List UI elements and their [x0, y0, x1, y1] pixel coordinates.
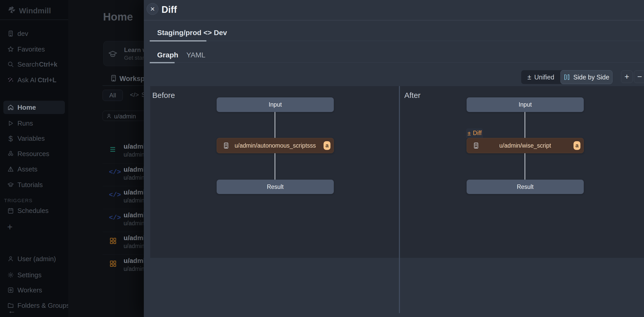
edge: [525, 153, 525, 180]
play-icon: [7, 120, 14, 127]
after-input-node[interactable]: Input: [467, 97, 584, 112]
script-path: u/admin/autonomous_scriptsss: [235, 142, 316, 149]
search-icon: [7, 61, 14, 68]
workers-icon: [7, 287, 14, 294]
search-shortcut: Ctrl+k: [39, 61, 57, 68]
after-panel-label: After: [404, 91, 420, 100]
sidebar-item-label: Tutorials: [17, 181, 43, 189]
split-columns-icon: [564, 74, 570, 80]
prism-icon: [7, 166, 14, 173]
language-badge: a: [324, 141, 330, 150]
dollar-icon: $: [7, 135, 14, 142]
flow-icon: [109, 145, 117, 154]
diff-drawer: × Diff Staging/prod <> Dev Graph YAML ± …: [144, 0, 644, 317]
graduation-cap-icon: [108, 49, 118, 59]
code-icon: </>: [109, 168, 117, 177]
sidebar-item-label: Settings: [17, 271, 42, 279]
diff-badge[interactable]: ± Diff: [466, 128, 483, 138]
sidebar-item-label: Variables: [17, 135, 45, 142]
before-panel-label: Before: [152, 91, 175, 100]
sidebar-item-settings[interactable]: Settings: [0, 269, 68, 281]
graduation-cap-icon: [7, 181, 14, 188]
sidebar-item-ask-ai[interactable]: Ask AI Ctrl+L: [0, 74, 68, 86]
gear-icon: [7, 272, 14, 279]
divider: [144, 20, 644, 21]
magic-wand-icon: [7, 77, 14, 84]
drawer-title: Diff: [162, 4, 177, 15]
unified-view-button[interactable]: ± Unified: [521, 70, 560, 84]
diff-view-toggle: ± Unified Side by Side: [521, 70, 612, 84]
user-icon: [106, 113, 112, 119]
language-badge: a: [573, 141, 580, 150]
sidebar-item-variables[interactable]: $ Variables: [0, 133, 68, 144]
user-icon: [7, 255, 14, 262]
app-grid-icon: [109, 237, 117, 245]
sidebar: Windmill dev Favorites Search Ctrl+k: [0, 0, 68, 317]
before-script-node[interactable]: u/admin/autonomous_scriptsss a: [217, 138, 334, 153]
sidebar-item-search[interactable]: Search Ctrl+k: [0, 59, 68, 70]
sidebar-item-label: Resources: [17, 150, 49, 158]
script-path: u/admin/wise_script: [499, 142, 551, 149]
owner-filter-chip[interactable]: u/admin: [103, 111, 149, 121]
cubes-icon: [7, 150, 14, 157]
tab-graph[interactable]: Graph: [157, 51, 178, 59]
edge: [275, 112, 275, 138]
after-script-node[interactable]: u/admin/wise_script a: [467, 138, 584, 153]
sidebar-item-favorites[interactable]: Favorites: [0, 44, 68, 55]
tab-bar-border: [150, 63, 644, 63]
close-button[interactable]: ×: [147, 3, 158, 15]
sidebar-item-home[interactable]: Home: [3, 101, 65, 114]
building-icon: [110, 74, 117, 82]
sidebar-add-button[interactable]: +: [0, 219, 68, 231]
owner-chip-label: u/admin: [114, 113, 136, 120]
panel-divider: [399, 86, 400, 313]
app-grid-icon: [109, 260, 117, 268]
sidebar-item-tutorials[interactable]: Tutorials: [0, 179, 68, 190]
home-icon: [7, 104, 14, 111]
tab-bar-border: [150, 41, 644, 41]
app-title: Windmill: [19, 6, 51, 15]
sidebar-collapse-button[interactable]: ←: [8, 306, 16, 315]
page-title: Home: [103, 11, 133, 23]
ask-ai-shortcut: Ctrl+L: [38, 76, 56, 84]
plus-icon: +: [7, 222, 14, 229]
code-icon: </>: [109, 214, 117, 222]
sidebar-item-label: User (admin): [17, 255, 56, 263]
sidebar-item-label: Workers: [17, 286, 42, 294]
zoom-in-button[interactable]: +: [621, 70, 633, 83]
tab-yaml[interactable]: YAML: [186, 51, 205, 59]
plus-minus-icon: ±: [527, 73, 531, 81]
sidebar-item-label: Schedules: [17, 207, 48, 215]
sidebar-item-schedules[interactable]: Schedules: [0, 205, 68, 216]
windmill-logo-icon: [7, 5, 16, 14]
edge: [275, 153, 275, 180]
before-result-node[interactable]: Result: [217, 180, 334, 194]
after-result-node[interactable]: Result: [467, 180, 584, 194]
star-icon: [7, 46, 14, 53]
sidebar-item-label: Folders & Groups: [17, 302, 70, 310]
code-icon: </>: [130, 91, 139, 98]
edge: [525, 112, 525, 138]
sidebar-workspace-selector[interactable]: dev: [0, 28, 68, 39]
sidebar-item-label: Assets: [17, 165, 37, 173]
code-icon: </>: [109, 191, 117, 199]
zoom-out-button[interactable]: −: [634, 70, 644, 83]
building-icon: [223, 141, 230, 150]
sidebar-item-resources[interactable]: Resources: [0, 148, 68, 159]
workspace-label: dev: [17, 30, 28, 38]
minus-icon: −: [637, 72, 642, 81]
side-by-side-view-button[interactable]: Side by Side: [560, 70, 612, 84]
sidebar-item-user[interactable]: User (admin): [0, 253, 68, 264]
sidebar-item-workers[interactable]: Workers: [0, 284, 68, 296]
sidebar-header: Windmill: [0, 0, 68, 20]
sidebar-item-runs[interactable]: Runs: [0, 118, 68, 129]
before-input-node[interactable]: Input: [217, 97, 334, 112]
sidebar-item-label: Favorites: [17, 45, 45, 53]
close-icon: ×: [150, 5, 155, 13]
sidebar-item-label: Runs: [17, 119, 33, 127]
plus-icon: +: [625, 72, 629, 81]
sidebar-item-label: Search: [17, 60, 38, 68]
filter-all-button[interactable]: All: [103, 90, 123, 101]
plus-minus-icon: ±: [467, 130, 471, 137]
sidebar-item-assets[interactable]: Assets: [0, 163, 68, 175]
